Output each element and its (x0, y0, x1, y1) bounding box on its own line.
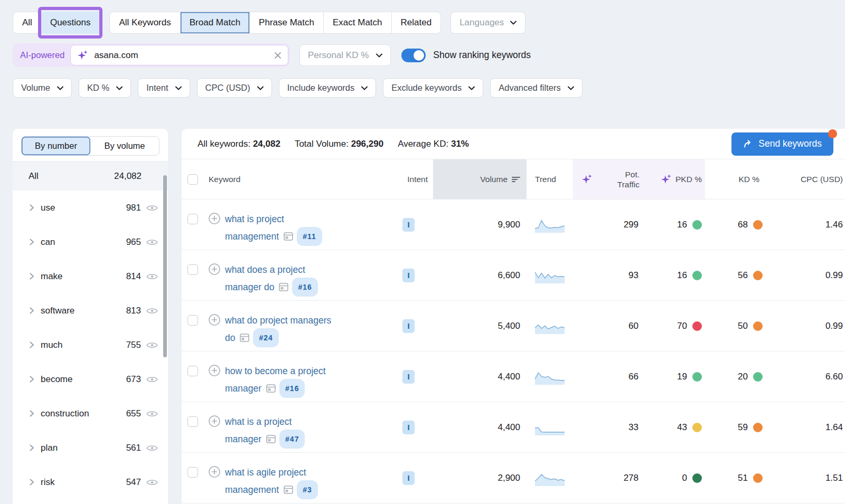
chevron-right-icon[interactable] (30, 307, 34, 314)
tab-broad-match[interactable]: Broad Match (180, 12, 249, 33)
keyword-link[interactable]: what is projectmanagement#11 (225, 211, 322, 246)
keyword-group-software[interactable]: software 813 (13, 293, 168, 328)
keyword-link[interactable]: what is a projectmanager#47 (225, 414, 305, 449)
eye-icon[interactable] (146, 204, 158, 212)
intent-badge[interactable]: I (402, 421, 415, 434)
tab-all-keywords[interactable]: All Keywords (110, 12, 180, 33)
filter-label: CPC (USD) (205, 83, 250, 93)
header-pot-traffic[interactable]: Pot.Traffic (573, 159, 647, 199)
row-checkbox[interactable] (187, 315, 198, 326)
header-pkd[interactable]: PKD % (647, 159, 705, 199)
add-keyword-icon[interactable] (209, 263, 220, 275)
chevron-right-icon[interactable] (30, 410, 34, 417)
personal-kd-label: Personal KD % (308, 50, 369, 61)
keyword-group-make[interactable]: make 814 (13, 259, 168, 293)
sidebar-vertical-scrollbar[interactable] (163, 175, 167, 357)
group-label: make (41, 271, 126, 282)
ranking-position-badge: #11 (297, 227, 322, 246)
chevron-right-icon[interactable] (30, 273, 34, 280)
add-keyword-icon[interactable] (209, 213, 220, 224)
keyword-group-much[interactable]: much 755 (13, 328, 168, 362)
chevron-right-icon[interactable] (30, 479, 34, 486)
kd-value: 59 (738, 422, 748, 433)
header-trend[interactable]: Trend (527, 159, 573, 199)
chevron-right-icon[interactable] (30, 204, 34, 211)
keyword-group-use[interactable]: use 981 (13, 191, 168, 225)
chevron-down-icon (568, 86, 574, 90)
personal-kd-dropdown[interactable]: Personal KD % (299, 44, 391, 66)
row-checkbox[interactable] (187, 214, 198, 224)
intent-badge[interactable]: I (402, 269, 415, 282)
header-cpc[interactable]: CPC (USD) (766, 159, 845, 199)
keyword-link[interactable]: how to become a projectmanager#16 (225, 363, 326, 398)
keyword-group-risk[interactable]: risk 547 (13, 465, 168, 499)
tab-exact-match[interactable]: Exact Match (323, 12, 391, 33)
select-all-checkbox[interactable] (187, 174, 198, 185)
include-keywords-filter[interactable]: Include keywords (279, 78, 376, 98)
row-checkbox[interactable] (187, 264, 198, 275)
chevron-right-icon[interactable] (30, 376, 34, 383)
tab-phrase-match[interactable]: Phrase Match (249, 12, 323, 33)
table-row: what is a projectmanager#47 I 4,400 33 4… (182, 402, 845, 452)
tab-related[interactable]: Related (391, 12, 441, 33)
group-all-row[interactable]: All 24,082 (13, 161, 168, 191)
intent-filter[interactable]: Intent (138, 78, 190, 98)
exclude-keywords-filter[interactable]: Exclude keywords (383, 78, 483, 98)
header-keyword[interactable]: Keyword (205, 159, 396, 199)
group-count: 755 (126, 340, 141, 350)
eye-icon[interactable] (146, 444, 158, 452)
keyword-group-construction[interactable]: construction 655 (13, 396, 168, 431)
chevron-right-icon[interactable] (30, 444, 34, 451)
notification-dot (828, 129, 837, 138)
eye-icon[interactable] (146, 478, 158, 487)
tab-all[interactable]: All (13, 12, 41, 33)
filter-label: Include keywords (287, 83, 354, 93)
clear-search-icon[interactable] (274, 52, 281, 59)
search-input[interactable]: asana.com (70, 45, 288, 65)
tab-by-volume[interactable]: By volume (90, 137, 159, 155)
row-checkbox[interactable] (187, 366, 198, 376)
chevron-right-icon[interactable] (30, 239, 34, 245)
send-keywords-label: Send keywords (758, 138, 822, 149)
eye-icon[interactable] (146, 238, 158, 246)
serp-features-icon (284, 486, 293, 494)
advanced-filters[interactable]: Advanced filters (490, 78, 582, 98)
eye-icon[interactable] (146, 410, 158, 418)
intent-badge[interactable]: I (402, 370, 415, 384)
header-volume[interactable]: Volume (433, 159, 527, 199)
languages-dropdown[interactable]: Languages (450, 12, 525, 34)
intent-badge[interactable]: I (402, 471, 415, 485)
cpc-filter[interactable]: CPC (USD) (197, 78, 272, 98)
add-keyword-icon[interactable] (209, 466, 220, 478)
eye-icon[interactable] (146, 307, 158, 315)
eye-icon[interactable] (146, 341, 158, 349)
pkd-value: 16 (677, 220, 687, 230)
header-intent[interactable]: Intent (396, 159, 433, 199)
keyword-link[interactable]: what do project managersdo#24 (225, 312, 331, 347)
eye-icon[interactable] (146, 375, 158, 384)
intent-badge[interactable]: I (402, 319, 415, 333)
row-checkbox[interactable] (187, 467, 198, 478)
show-ranking-keywords-toggle[interactable] (401, 49, 426, 62)
header-kd[interactable]: KD % (705, 159, 766, 199)
pkd-status-dot (692, 271, 702, 280)
keyword-link[interactable]: what is agile projectmanagement#3 (225, 464, 318, 499)
row-checkbox[interactable] (187, 416, 198, 427)
intent-badge[interactable]: I (402, 218, 415, 232)
volume-filter[interactable]: Volume (13, 78, 72, 98)
table-row: what is agile projectmanagement#3 I 2,90… (182, 452, 845, 503)
eye-icon[interactable] (146, 272, 158, 281)
add-keyword-icon[interactable] (209, 415, 220, 427)
chevron-right-icon[interactable] (30, 341, 34, 348)
add-keyword-icon[interactable] (209, 314, 220, 326)
chevron-down-icon (116, 86, 123, 90)
tab-by-number[interactable]: By number (22, 137, 90, 155)
add-keyword-icon[interactable] (209, 365, 220, 376)
tab-questions[interactable]: Questions (41, 12, 100, 34)
keyword-group-become[interactable]: become 673 (13, 362, 168, 396)
kd-filter[interactable]: KD % (79, 78, 131, 98)
keyword-group-can[interactable]: can 965 (13, 225, 168, 259)
keyword-group-plan[interactable]: plan 561 (13, 431, 168, 465)
send-keywords-button[interactable]: Send keywords (731, 132, 833, 156)
keyword-link[interactable]: what does a projectmanager do#16 (225, 262, 318, 297)
